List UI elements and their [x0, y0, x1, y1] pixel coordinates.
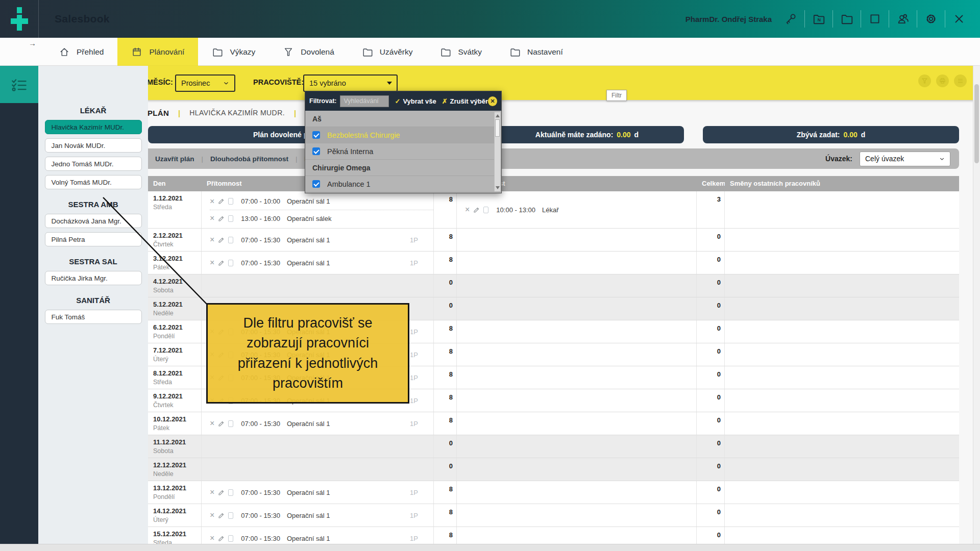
square-icon[interactable] [868, 12, 881, 26]
divider [804, 10, 805, 28]
delete-entry-icon[interactable]: × [210, 534, 214, 542]
tab-plánování[interactable]: Plánování [117, 38, 198, 66]
edit-entry-icon[interactable] [218, 198, 225, 205]
checkbox-checked-icon[interactable] [312, 131, 320, 139]
menu-button[interactable] [954, 74, 967, 87]
cell-celkem: 0 [697, 320, 725, 343]
staff-button[interactable]: Hlavička Kazimír MUDr. [45, 120, 142, 134]
copy-entry-icon[interactable] [228, 489, 233, 496]
scroll-thumb[interactable] [495, 119, 500, 137]
tab-přehled[interactable]: Přehled [45, 38, 117, 66]
folder-n-icon[interactable]: N [812, 12, 825, 26]
cell-pritomnost [202, 435, 434, 458]
cell-presence-hours: 8 [434, 481, 457, 504]
delete-entry-icon[interactable]: × [210, 259, 214, 267]
dropdown-scrollbar[interactable] [494, 112, 501, 192]
checklist-toggle[interactable] [0, 66, 38, 103]
staff-button[interactable]: Fuk Tomáš [45, 310, 142, 324]
checkbox-checked-icon[interactable] [312, 180, 320, 188]
edit-entry-icon[interactable] [473, 207, 480, 213]
tab-uzávěrky[interactable]: Uzávěrky [348, 38, 427, 66]
staff-group: SANITÁŘFuk Tomáš [38, 295, 148, 324]
copy-entry-icon[interactable] [228, 198, 233, 205]
staff-button[interactable]: Pilná Petra [45, 232, 142, 246]
cell-celkem: 0 [697, 229, 725, 251]
delete-entry-icon[interactable]: × [210, 214, 214, 222]
entry-tag: 1P [410, 374, 433, 382]
staff-button[interactable]: Ručička Jirka Mgr. [45, 271, 142, 285]
staff-button[interactable]: Jan Novák MUDr. [45, 138, 142, 153]
row-date: 9.12.2021 [153, 392, 198, 400]
delete-entry-icon[interactable]: × [210, 488, 214, 496]
link-dlouhodoba-pritomnost[interactable]: Dlouhodobá přítomnost [210, 155, 288, 163]
edit-entry-icon[interactable] [218, 260, 225, 266]
cell-den: 4.12.2021Sobota [148, 274, 202, 297]
horizontal-scrollbar[interactable] [0, 544, 980, 551]
edit-entry-icon[interactable] [218, 215, 225, 222]
checkbox-checked-icon[interactable] [312, 147, 320, 155]
delete-entry-icon[interactable]: × [210, 419, 214, 428]
staff-button[interactable]: Jedno Tomáš MUDr. [45, 157, 142, 171]
dropdown-option[interactable]: Pěkná Interna [305, 143, 501, 160]
vertical-scrollbar[interactable] [973, 66, 980, 544]
delete-entry-icon[interactable]: × [465, 206, 470, 214]
annotation-note: Dle filtru pracovišť se zobrazují pracov… [206, 303, 409, 404]
tab-výkazy[interactable]: Výkazy [198, 38, 269, 66]
copy-entry-icon[interactable] [483, 207, 488, 213]
edit-entry-icon[interactable] [218, 489, 225, 496]
app-logo[interactable] [0, 0, 39, 38]
entry-place: Operační sál 1 [287, 512, 330, 519]
cell-celkem: 0 [697, 458, 725, 481]
row-dayname: Čtvrtek [153, 241, 198, 248]
copy-entry-icon[interactable] [228, 535, 233, 542]
tab-svátky[interactable]: Svátky [426, 38, 496, 66]
delete-entry-icon[interactable]: × [210, 197, 214, 206]
tab-nastavení[interactable]: Nastavení [496, 38, 577, 66]
dropdown-option[interactable]: Ambulance 1 [305, 176, 501, 192]
tab-dovolená[interactable]: Dovolená [269, 38, 348, 66]
edit-entry-icon[interactable] [218, 535, 225, 542]
dropdown-search-input[interactable] [340, 95, 389, 107]
link-uzavrit-plan[interactable]: Uzavřít plán [155, 155, 194, 163]
print-button[interactable] [936, 74, 949, 87]
filter-funnel-button[interactable] [918, 74, 931, 87]
delete-entry-icon[interactable]: × [210, 236, 214, 244]
select-all-button[interactable]: ✓ Vybrat vše [395, 97, 436, 105]
cell-presence-hours: 0 [434, 297, 457, 320]
cell-smeny [725, 274, 959, 297]
copy-entry-icon[interactable] [228, 215, 233, 222]
copy-entry-icon[interactable] [228, 420, 233, 427]
copy-entry-icon[interactable] [228, 260, 233, 266]
staff-button[interactable]: Docházková Jana Mgr. [45, 214, 142, 228]
copy-entry-icon[interactable] [228, 237, 233, 243]
uvazek-select[interactable]: Celý úvazek [860, 152, 950, 166]
edit-entry-icon[interactable] [218, 512, 225, 519]
mesic-select[interactable]: Prosinec [175, 74, 235, 92]
table-row: 3.12.2021Pátek×07:00 - 15:30Operační sál… [148, 252, 959, 274]
folder-icon [362, 46, 373, 58]
pracoviste-label: PRACOVIŠTĚ: [253, 78, 304, 86]
key-icon[interactable] [784, 12, 797, 26]
pracoviste-select[interactable]: 15 vybráno [303, 74, 398, 92]
scroll-down-icon[interactable] [496, 186, 500, 189]
dropdown-option[interactable]: Bezbolestná Chirurgie [305, 127, 501, 143]
back-arrow-icon[interactable]: → [29, 39, 36, 47]
x-icon: ✗ [442, 97, 448, 105]
edit-entry-icon[interactable] [218, 420, 225, 427]
scroll-up-icon[interactable] [496, 114, 500, 117]
clear-selection-button[interactable]: ✗ Zrušit výběr [442, 97, 488, 105]
divider: | [178, 109, 180, 117]
cell-presence-hours: 0 [434, 435, 457, 458]
folder-icon[interactable] [840, 12, 853, 26]
gear-icon[interactable] [924, 12, 938, 26]
dropdown-close-button[interactable]: ✕ [488, 96, 497, 106]
entry-tag: 1P [410, 512, 433, 519]
scrollbar-thumb[interactable] [974, 84, 979, 163]
delete-entry-icon[interactable]: × [210, 511, 214, 519]
copy-entry-icon[interactable] [228, 512, 233, 519]
users-icon[interactable] [896, 12, 910, 26]
staff-button[interactable]: Volný Tomáš MUDr. [45, 175, 142, 189]
entered-status: Aktuálně máte zadáno: 0.00 d [490, 126, 684, 143]
close-icon[interactable] [952, 12, 966, 26]
edit-entry-icon[interactable] [218, 237, 225, 243]
